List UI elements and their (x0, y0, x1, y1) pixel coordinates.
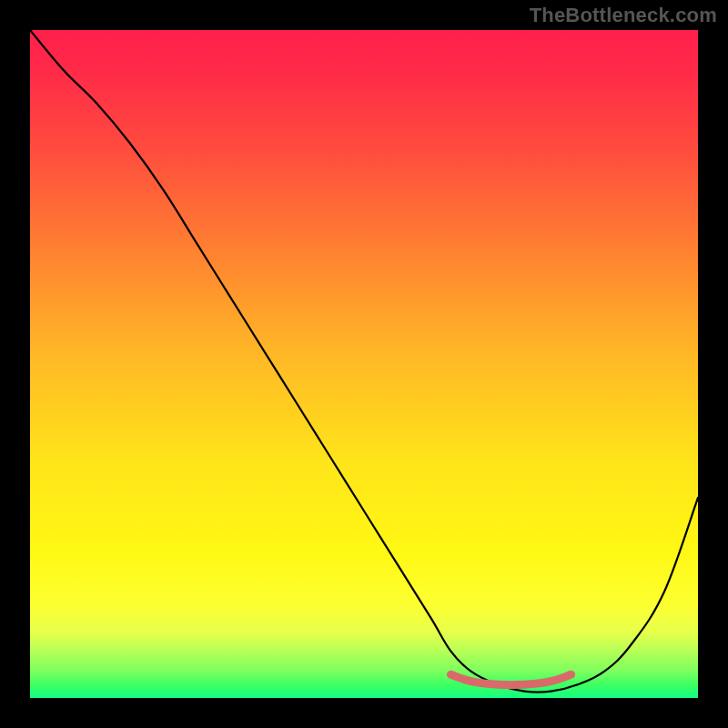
plot-area (30, 30, 698, 698)
watermark-text: TheBottleneck.com (530, 4, 717, 27)
bottleneck-curve (30, 30, 698, 693)
optimal-band-marker (450, 674, 571, 685)
chart-svg (30, 30, 698, 698)
chart-container: TheBottleneck.com (0, 0, 728, 728)
